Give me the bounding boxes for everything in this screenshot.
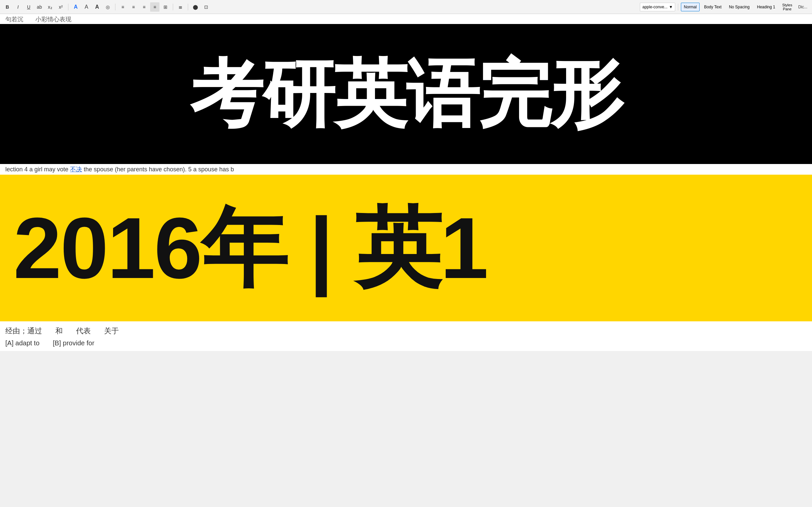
style-heading1-button[interactable]: Heading 1 — [754, 3, 778, 11]
between-text-prefix: lection 4 a girl may vote — [5, 166, 70, 173]
align-center-button[interactable]: ≡ — [129, 2, 138, 12]
subscript-button[interactable]: x₂ — [45, 2, 55, 12]
shading-button[interactable]: A — [92, 2, 102, 12]
style-normal-button[interactable]: Normal — [681, 3, 700, 11]
style-nospace-button[interactable]: No Spacing — [726, 3, 753, 11]
toolbar-right: apple-conve... ▼ Normal Body Text No Spa… — [640, 1, 809, 13]
document-area: 句若沉 小彩情心表现 考研英语完形 lection 4 a girl may v… — [0, 14, 812, 351]
styles-pane-button[interactable]: Styles Pane — [780, 1, 795, 13]
separator-5 — [678, 4, 678, 10]
black-banner-text: 考研英语完形 — [190, 57, 622, 131]
font-color-A-button[interactable]: A — [71, 2, 81, 12]
italic-button[interactable]: I — [13, 2, 23, 12]
toolbar: B I U ab x₂ x² A A A ◎ ≡ ≡ ≡ ≡ ⊞ ≣ ⬤ ⊡ a… — [0, 0, 812, 14]
between-text-line: lection 4 a girl may vote 不决 the spouse … — [0, 164, 812, 175]
black-banner: 考研英语完形 — [0, 24, 812, 164]
bottom-col4: 关于 — [104, 326, 119, 336]
separator-4 — [188, 4, 188, 10]
bottom-col1: 经由；通过 — [5, 326, 42, 336]
separator-2 — [115, 4, 115, 10]
fill-button[interactable]: ⬤ — [191, 2, 200, 12]
separator-3 — [173, 4, 173, 10]
styles-pane-label: Styles Pane — [782, 3, 792, 11]
distributed-button[interactable]: ⊞ — [161, 2, 170, 12]
bottom-col3: 代表 — [76, 326, 91, 336]
pre-text-content: 句若沉 小彩情心表现 — [5, 15, 71, 23]
bottom-content: 经由；通过 和 代表 关于 [A] adapt to [B] provide f… — [0, 321, 812, 351]
pre-banner-text: 句若沉 小彩情心表现 — [0, 14, 812, 24]
yellow-banner-text: 2016年 | 英1 — [13, 205, 487, 291]
superscript-button[interactable]: x² — [56, 2, 65, 12]
font-dropdown[interactable]: apple-conve... ▼ — [640, 3, 675, 11]
line-spacing-button[interactable]: ≣ — [176, 2, 185, 12]
bottom-row-1: 经由；通过 和 代表 关于 — [5, 324, 807, 338]
align-right-button[interactable]: ≡ — [140, 2, 149, 12]
between-text-suffix: the spouse (her parents have chosen). 5 … — [82, 166, 234, 173]
border-button[interactable]: ⊡ — [202, 2, 211, 12]
between-text-link[interactable]: 不决 — [70, 166, 82, 173]
underline-button[interactable]: U — [24, 2, 33, 12]
bold-button[interactable]: B — [3, 2, 12, 12]
align-left-button[interactable]: ≡ — [118, 2, 128, 12]
bottom-col2: 和 — [55, 326, 63, 336]
font-dropdown-arrow: ▼ — [669, 5, 673, 9]
style-body-button[interactable]: Body Text — [701, 3, 724, 11]
font-name: apple-conve... — [642, 5, 667, 9]
bottom-options-row: [A] adapt to [B] provide for — [5, 338, 807, 348]
strikethrough-button[interactable]: ab — [35, 2, 44, 12]
yellow-banner: 2016年 | 英1 — [0, 175, 812, 321]
separator-1 — [68, 4, 68, 10]
option-b: [B] provide for — [53, 339, 94, 347]
emphasis-button[interactable]: ◎ — [103, 2, 112, 12]
dict-button[interactable]: Dic... — [796, 2, 809, 12]
option-a: [A] adapt to — [5, 339, 39, 347]
align-justify-button[interactable]: ≡ — [150, 2, 159, 12]
highlight-button[interactable]: A — [82, 2, 91, 12]
